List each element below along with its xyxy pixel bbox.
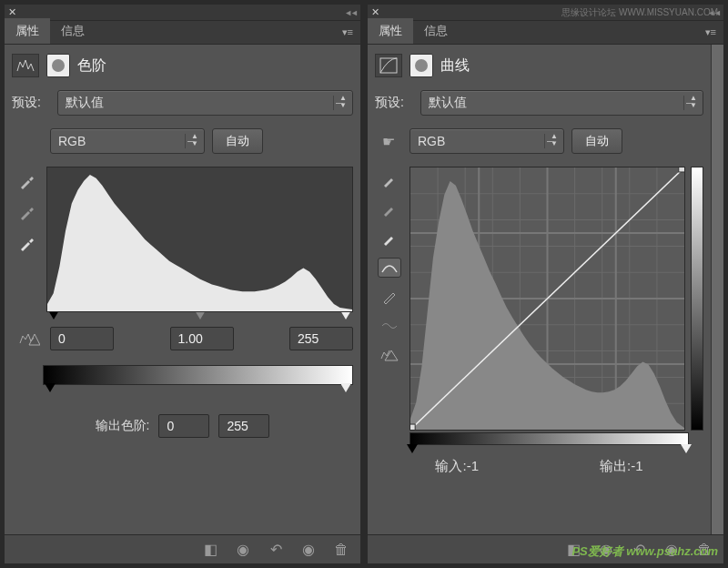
mask-icon[interactable] bbox=[46, 54, 70, 77]
watermark-bottom: PS爱好者 www.psahz.com bbox=[571, 543, 718, 560]
scrollbar[interactable] bbox=[711, 45, 723, 534]
clip-warning-icon[interactable] bbox=[15, 329, 43, 349]
input-black-field[interactable]: 0 bbox=[50, 327, 114, 350]
preset-select[interactable]: 默认值 ▲▼ bbox=[420, 90, 703, 116]
panel-footer: ◧ ◉ ↶ ◉ 🗑 bbox=[5, 534, 360, 563]
slider-black[interactable] bbox=[407, 444, 418, 453]
pencil-curve-icon[interactable] bbox=[378, 287, 401, 307]
levels-histogram[interactable] bbox=[46, 167, 353, 312]
adjustment-title: 曲线 bbox=[440, 56, 470, 76]
content: 曲线 预设: 默认值 ▲▼ ☛ RGB ▲▼ 自动 bbox=[368, 45, 711, 534]
adjustment-title: 色阶 bbox=[77, 56, 106, 76]
tabs: 属性 信息 ▾≡ bbox=[5, 21, 360, 45]
output-sliders[interactable] bbox=[43, 383, 353, 392]
input-gradient-horizontal[interactable] bbox=[410, 432, 689, 445]
point-curve-icon[interactable] bbox=[378, 258, 401, 278]
tab-properties[interactable]: 属性 bbox=[368, 18, 413, 44]
collapse-icon[interactable]: ◄◄ bbox=[344, 8, 357, 17]
smooth-icon[interactable] bbox=[378, 316, 401, 336]
levels-icon bbox=[12, 54, 39, 77]
auto-button[interactable]: 自动 bbox=[571, 128, 622, 154]
watermark-top: 思缘设计论坛 WWW.MISSYUAN.COM bbox=[561, 6, 718, 19]
clip-warning-icon[interactable] bbox=[378, 345, 401, 365]
tab-info[interactable]: 信息 bbox=[413, 18, 459, 44]
curves-graph[interactable] bbox=[410, 167, 685, 431]
input-readout: 输入:-1 bbox=[435, 458, 479, 475]
channel-select[interactable]: RGB ▲▼ bbox=[410, 128, 564, 154]
out-slider-black[interactable] bbox=[45, 383, 56, 392]
output-readout: 输出:-1 bbox=[600, 458, 643, 475]
close-icon[interactable]: ✕ bbox=[371, 6, 379, 18]
eyedropper-white-icon[interactable] bbox=[15, 234, 38, 254]
output-white-field[interactable]: 255 bbox=[218, 414, 269, 438]
svg-rect-0 bbox=[380, 58, 397, 73]
eyedropper-black-icon[interactable] bbox=[15, 172, 38, 192]
channel-select[interactable]: RGB ▲▼ bbox=[50, 128, 205, 154]
output-gradient[interactable] bbox=[43, 365, 353, 385]
svg-rect-26 bbox=[410, 424, 415, 430]
on-image-tool-icon[interactable]: ☛ bbox=[375, 130, 402, 152]
panel-menu-icon[interactable]: ▾≡ bbox=[698, 21, 723, 44]
curves-panel: 思缘设计论坛 WWW.MISSYUAN.COM ✕ ◄◄ 属性 信息 ▾≡ 曲线… bbox=[367, 4, 724, 564]
input-white-field[interactable]: 255 bbox=[289, 327, 353, 350]
clip-to-layer-icon[interactable]: ◧ bbox=[200, 541, 220, 559]
preset-select[interactable]: 默认值 ▲▼ bbox=[57, 90, 353, 116]
levels-panel: ✕ ◄◄ 属性 信息 ▾≡ 色阶 预设: 默认值 ▲▼ RGB ▲▼ 自动 bbox=[4, 4, 361, 564]
input-gamma-field[interactable]: 1.00 bbox=[170, 327, 234, 350]
close-icon[interactable]: ✕ bbox=[8, 6, 16, 18]
output-label: 输出色阶: bbox=[96, 418, 150, 434]
eyedropper-gray-icon[interactable] bbox=[15, 203, 38, 223]
tab-info[interactable]: 信息 bbox=[50, 18, 96, 44]
visibility-icon[interactable]: ◉ bbox=[298, 541, 318, 559]
output-black-field[interactable]: 0 bbox=[158, 414, 209, 438]
out-slider-white[interactable] bbox=[340, 383, 351, 392]
tabs: 属性 信息 ▾≡ bbox=[368, 21, 723, 45]
eyedropper-white-icon[interactable] bbox=[378, 228, 401, 248]
slider-white[interactable] bbox=[681, 444, 692, 453]
preset-label: 预设: bbox=[12, 95, 50, 111]
output-gradient-vertical bbox=[691, 167, 703, 431]
panel-menu-icon[interactable]: ▾≡ bbox=[335, 21, 360, 44]
svg-rect-27 bbox=[679, 167, 684, 172]
curves-icon bbox=[375, 54, 402, 77]
eyedropper-black-icon[interactable] bbox=[378, 170, 401, 190]
view-previous-icon[interactable]: ◉ bbox=[233, 541, 253, 559]
eyedropper-gray-icon[interactable] bbox=[378, 199, 401, 219]
auto-button[interactable]: 自动 bbox=[212, 128, 263, 154]
mask-icon[interactable] bbox=[410, 54, 433, 77]
reset-icon[interactable]: ↶ bbox=[266, 541, 286, 559]
content: 色阶 预设: 默认值 ▲▼ RGB ▲▼ 自动 bbox=[5, 45, 360, 534]
tab-properties[interactable]: 属性 bbox=[5, 18, 50, 44]
trash-icon[interactable]: 🗑 bbox=[331, 541, 351, 559]
preset-label: 预设: bbox=[375, 95, 413, 111]
